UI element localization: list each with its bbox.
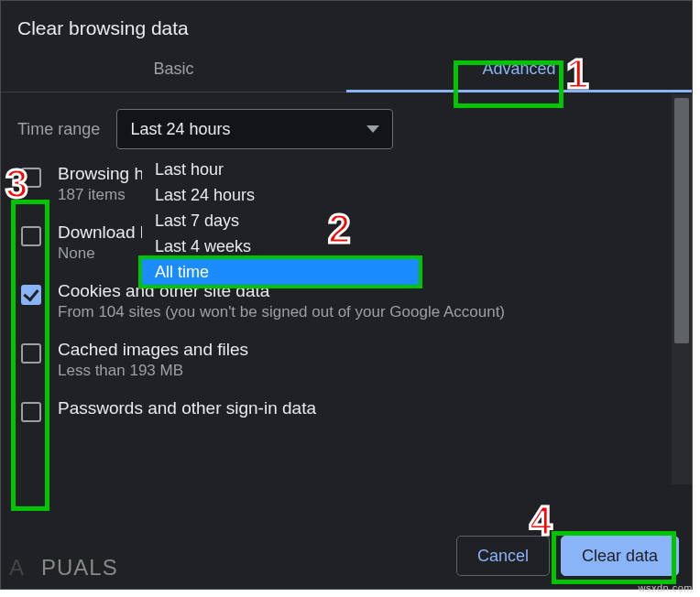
clear-data-button[interactable]: Clear data — [561, 536, 679, 576]
chevron-down-icon — [366, 125, 379, 133]
dialog-title: Clear browsing data — [1, 1, 692, 49]
item-subtitle: From 104 sites (you won't be signed out … — [58, 303, 505, 321]
tab-advanced-label: Advanced — [482, 60, 555, 78]
time-range-label: Time range — [17, 120, 100, 139]
list-item[interactable]: Cached images and files Less than 193 MB — [17, 331, 664, 389]
logo-part-b: PUALS — [41, 555, 118, 580]
time-range-dropdown: Last hour Last 24 hours Last 7 days Last… — [142, 157, 419, 285]
item-subtitle: Less than 193 MB — [58, 362, 248, 380]
checkbox-download-history[interactable] — [21, 226, 41, 246]
list-item[interactable]: Passwords and other sign-in data — [17, 389, 664, 431]
checkbox-cached-images[interactable] — [21, 343, 41, 364]
scrollbar-track[interactable] — [672, 94, 692, 484]
clear-browsing-data-dialog: Clear browsing data Basic Advanced Time … — [0, 0, 693, 590]
logo-part-a: A — [9, 555, 25, 580]
tab-advanced[interactable]: Advanced — [346, 49, 692, 92]
option-last-7-days[interactable]: Last 7 days — [142, 208, 419, 233]
option-last-24-hours[interactable]: Last 24 hours — [142, 182, 419, 208]
watermark-text: wsxdn.com — [638, 582, 693, 593]
time-range-select[interactable]: Last 24 hours — [116, 109, 393, 149]
scrollbar-thumb[interactable] — [674, 98, 689, 343]
option-last-hour[interactable]: Last hour — [142, 157, 419, 182]
option-all-time[interactable]: All time — [138, 255, 422, 288]
item-title: Passwords and other sign-in data — [58, 398, 316, 418]
dialog-footer: Cancel Clear data — [456, 536, 679, 576]
scroll-area: Time range Last 24 hours Last hour Last … — [1, 92, 672, 486]
cancel-button-label: Cancel — [477, 547, 529, 566]
tab-bar: Basic Advanced — [1, 49, 692, 92]
item-title: Cached images and files — [58, 340, 248, 360]
clear-data-button-label: Clear data — [582, 547, 658, 566]
dialog-body: Time range Last 24 hours Last hour Last … — [1, 92, 692, 486]
brand-logo: APUALS — [9, 555, 118, 581]
tab-basic[interactable]: Basic — [1, 49, 346, 92]
checkbox-browsing-history[interactable] — [21, 168, 41, 188]
time-range-row: Time range Last 24 hours Last hour Last … — [17, 109, 664, 149]
item-text: Cached images and files Less than 193 MB — [58, 340, 248, 380]
checkbox-cookies[interactable] — [21, 285, 41, 305]
checkbox-passwords[interactable] — [21, 402, 41, 422]
tab-basic-label: Basic — [153, 60, 193, 78]
time-range-value: Last 24 hours — [130, 120, 230, 139]
cancel-button[interactable]: Cancel — [456, 536, 550, 576]
item-text: Passwords and other sign-in data — [58, 398, 316, 422]
